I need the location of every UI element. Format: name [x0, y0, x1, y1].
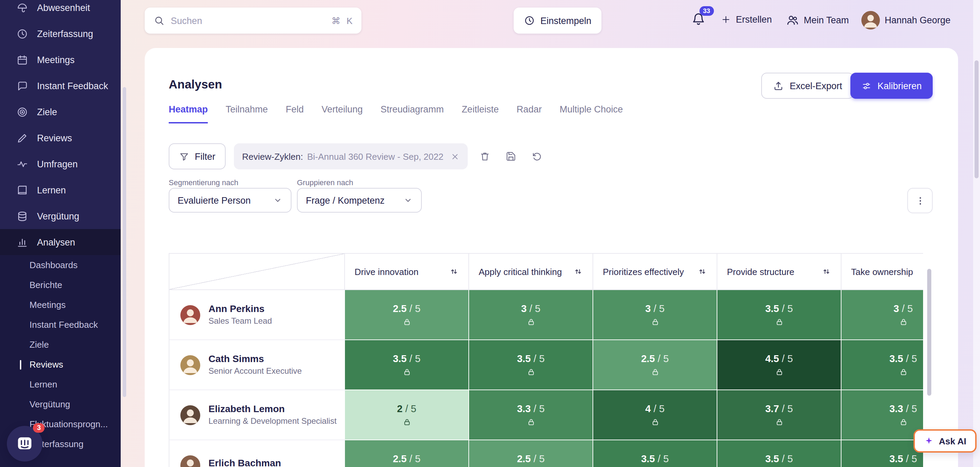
sidebar-item-umfragen[interactable]: Umfragen	[0, 151, 121, 177]
sort-icon[interactable]	[697, 267, 707, 276]
heatmap-cell[interactable]: 2 / 5	[345, 390, 469, 440]
tab-multiple-choice[interactable]: Multiple Choice	[560, 104, 623, 124]
group-by-select[interactable]: Frage / Kompetenz	[297, 188, 422, 213]
column-header-drive-innovation[interactable]: Drive innovation	[345, 254, 469, 289]
segment-by-select[interactable]: Evaluierte Person	[169, 188, 291, 213]
create-button[interactable]: Erstellen	[721, 14, 772, 25]
sidebar-subitem-label: Meetings	[30, 300, 66, 310]
person-cell[interactable]: Elizabeth Lemon Learning & Development S…	[169, 390, 345, 440]
sidebar-subitem-meetings[interactable]: Meetings	[0, 295, 121, 315]
reset-filters-button[interactable]	[528, 148, 546, 165]
sidebar-item-ziele[interactable]: Ziele	[0, 99, 121, 125]
person-role: Learning & Development Specialist	[208, 417, 337, 426]
heatmap-cell[interactable]: 3.5 / 5	[842, 340, 923, 390]
lock-icon	[899, 368, 908, 376]
heatmap-cell[interactable]: 3 / 5	[593, 290, 718, 340]
person-text: Ann Perkins Sales Team Lead	[208, 302, 272, 327]
sidebar-subitem-berichte[interactable]: Berichte	[0, 275, 121, 295]
heatmap-cell[interactable]: 3.3 / 5	[469, 390, 593, 440]
avatar	[180, 355, 200, 375]
sort-icon[interactable]	[573, 267, 583, 276]
sidebar-subitem-verguetung[interactable]: Vergütung	[0, 394, 121, 414]
sidebar-subitem-instant-feedback[interactable]: Instant Feedback	[0, 315, 121, 335]
tab-heatmap[interactable]: Heatmap	[169, 104, 208, 124]
column-header-provide-structure[interactable]: Provide structure	[718, 254, 842, 289]
cell-score: 3 / 5	[894, 303, 913, 314]
heatmap-cell[interactable]: 3.5 / 5	[593, 440, 718, 467]
heatmap-cell[interactable]: 3.7 / 5	[718, 390, 842, 440]
heatmap-cell[interactable]: 4 / 5	[593, 390, 718, 440]
ask-ai-button[interactable]: Ask AI	[913, 429, 977, 453]
chat-launcher-button[interactable]: 3	[7, 426, 43, 462]
tab-radar[interactable]: Radar	[516, 104, 542, 124]
review-cycle-filter-chip[interactable]: Review-Zyklen: Bi-Annual 360 Review - Se…	[234, 143, 468, 169]
person-cell[interactable]: Cath Simms Senior Account Executive	[169, 340, 345, 390]
cell-score: 3 / 5	[645, 303, 665, 314]
calibrate-button[interactable]: Kalibrieren	[851, 73, 933, 99]
tab-feld[interactable]: Feld	[286, 104, 304, 124]
heatmap-cell[interactable]: 3.5 / 5	[345, 340, 469, 390]
save-filter-button[interactable]	[502, 148, 520, 165]
sidebar-item-verguetung[interactable]: Vergütung	[0, 203, 121, 229]
sort-icon[interactable]	[822, 267, 831, 276]
more-options-button[interactable]	[907, 188, 933, 213]
plus-icon	[721, 14, 731, 25]
chat-messenger-icon	[16, 435, 33, 453]
person-name: Cath Simms	[208, 354, 302, 364]
heatmap-cell[interactable]: 2.5 / 5	[469, 440, 593, 467]
person-cell[interactable]: Ann Perkins Sales Team Lead	[169, 290, 345, 340]
table-row[interactable]: Ann Perkins Sales Team Lead 2.5 / 5 3 / …	[169, 290, 923, 340]
heatmap-cell[interactable]: 3.5 / 5	[718, 440, 842, 467]
heatmap-cell[interactable]: 2.5 / 5	[345, 290, 469, 340]
filter-label: Filter	[195, 151, 215, 162]
tab-streudiagramm[interactable]: Streudiagramm	[380, 104, 444, 124]
sidebar-item-reviews[interactable]: Reviews	[0, 125, 121, 151]
heatmap-cell[interactable]: 3.5 / 5	[842, 440, 923, 467]
table-row[interactable]: Cath Simms Senior Account Executive 3.5 …	[169, 340, 923, 390]
search-bar[interactable]: ⌘ K	[145, 8, 361, 33]
heatmap-cell[interactable]: 3.5 / 5	[469, 340, 593, 390]
column-header-prioritizes-effectively[interactable]: Prioritizes effectively	[593, 254, 718, 289]
clock-in-button[interactable]: Einstempeln	[514, 8, 602, 33]
heatmap-cell[interactable]: 3.5 / 5	[718, 290, 842, 340]
sidebar-item-abwesenheit[interactable]: Abwesenheit	[0, 0, 121, 21]
my-team-button[interactable]: Mein Team	[786, 14, 849, 27]
person-cell[interactable]: Erlich Bachman	[169, 440, 345, 467]
column-header-apply-critical-thinking[interactable]: Apply critical thinking	[469, 254, 593, 289]
sidebar-subitem-reviews[interactable]: Reviews	[0, 354, 121, 375]
sidebar-item-analysen[interactable]: Analysen	[0, 229, 121, 255]
heatmap-cell[interactable]: 3 / 5	[842, 290, 923, 340]
sidebar-subitem-lernen[interactable]: Lernen	[0, 375, 121, 394]
sidebar-subitem-ziele[interactable]: Ziele	[0, 335, 121, 354]
sidebar-item-lernen[interactable]: Lernen	[0, 177, 121, 203]
search-input[interactable]	[171, 16, 325, 26]
sidebar-item-instant-feedback[interactable]: Instant Feedback	[0, 73, 121, 99]
sidebar-subitem-dashboards[interactable]: Dashboards	[0, 255, 121, 275]
delete-filter-button[interactable]	[476, 148, 493, 165]
sidebar-scrollbar[interactable]	[123, 87, 126, 397]
page-scrollbar-thumb[interactable]	[975, 60, 978, 178]
heatmap-cell[interactable]: 3 / 5	[469, 290, 593, 340]
tab-zeitleiste[interactable]: Zeitleiste	[461, 104, 499, 124]
column-header-take-ownership[interactable]: Take ownership	[842, 254, 923, 289]
heatmap-cell[interactable]: 2.5 / 5	[345, 440, 469, 467]
sidebar-item-zeiterfassung[interactable]: Zeiterfassung	[0, 21, 121, 47]
notifications-button[interactable]: 33	[691, 12, 706, 26]
page-scrollbar[interactable]	[973, 0, 980, 467]
table-row[interactable]: Elizabeth Lemon Learning & Development S…	[169, 390, 923, 440]
heatmap-cell[interactable]: 2.5 / 5	[593, 340, 718, 390]
heatmap-cell[interactable]: 3.3 / 5	[842, 390, 923, 440]
coins-icon	[16, 210, 28, 222]
sidebar-item-meetings[interactable]: Meetings	[0, 47, 121, 73]
tab-teilnahme[interactable]: Teilnahme	[226, 104, 268, 124]
excel-export-button[interactable]: Excel-Export	[762, 73, 854, 99]
table-scrollbar[interactable]	[927, 269, 931, 396]
pulse-icon	[16, 158, 28, 170]
table-row[interactable]: Erlich Bachman 2.5 / 5 2.5 / 5 3.5 / 5	[169, 440, 923, 467]
filter-button[interactable]: Filter	[169, 143, 226, 169]
remove-filter-button[interactable]	[450, 152, 459, 161]
heatmap-cell[interactable]: 4.5 / 5	[718, 340, 842, 390]
sort-icon[interactable]	[449, 267, 459, 276]
user-menu-button[interactable]: Hannah George	[861, 11, 950, 30]
tab-verteilung[interactable]: Verteilung	[321, 104, 363, 124]
